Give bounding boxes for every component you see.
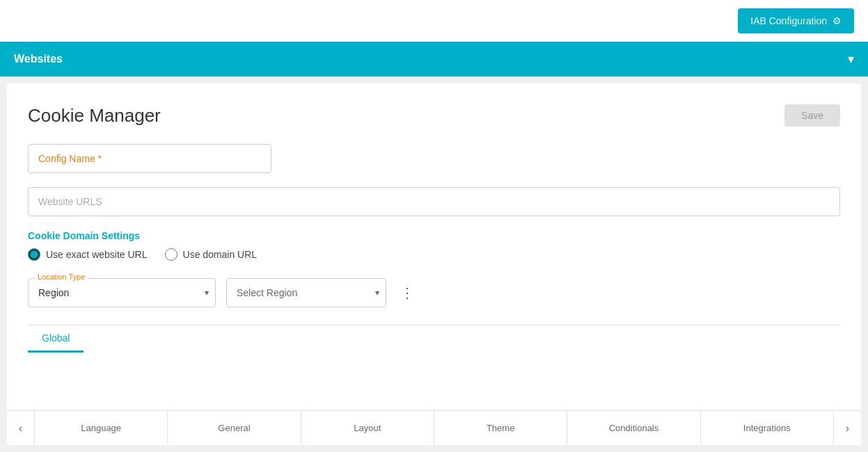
location-type-label: Location Type	[35, 273, 88, 281]
global-tab[interactable]: Global	[28, 325, 84, 353]
domain-url-label: Use domain URL	[183, 249, 258, 260]
save-button[interactable]: Save	[784, 104, 840, 127]
tabs-section: Global	[28, 325, 840, 353]
main-content: Cookie Manager Save Cookie Domain Settin…	[7, 83, 861, 445]
select-region-wrapper: Select Region ▾	[226, 278, 386, 307]
radio-group: Use exact website URL Use domain URL	[28, 248, 840, 261]
nav-tab-theme[interactable]: Theme	[434, 411, 567, 445]
location-type-wrapper: Location Type Region ▾	[28, 278, 216, 307]
domain-url-radio[interactable]	[165, 248, 177, 261]
iab-config-button[interactable]: IAB Configuration ⚙	[738, 8, 854, 33]
nav-tab-layout[interactable]: Layout	[301, 411, 434, 445]
cookie-domain-section: Cookie Domain Settings Use exact website…	[28, 230, 840, 261]
radio-option-exact-url[interactable]: Use exact website URL	[28, 248, 148, 261]
nav-tab-conditionals[interactable]: Conditionals	[567, 411, 700, 445]
page-header: Cookie Manager Save	[28, 104, 840, 127]
gear-icon: ⚙	[833, 15, 842, 26]
cookie-domain-title: Cookie Domain Settings	[28, 230, 840, 241]
radio-option-domain-url[interactable]: Use domain URL	[165, 248, 258, 261]
chevron-down-icon: ▾	[848, 51, 854, 67]
top-bar: IAB Configuration ⚙	[0, 0, 868, 42]
nav-tab-language[interactable]: Language	[35, 411, 168, 445]
nav-tab-integrations[interactable]: Integrations	[701, 411, 833, 445]
exact-url-radio[interactable]	[28, 248, 40, 261]
websites-label: Websites	[14, 53, 63, 65]
exact-url-label: Use exact website URL	[46, 249, 148, 260]
more-options-icon[interactable]: ⋮	[397, 281, 418, 305]
websites-bar[interactable]: Websites ▾	[0, 42, 868, 76]
location-type-select[interactable]: Region	[28, 278, 216, 307]
select-region-dropdown[interactable]: Select Region	[226, 278, 386, 307]
nav-left-arrow[interactable]: ‹	[7, 411, 35, 446]
config-name-input[interactable]	[28, 144, 271, 173]
nav-tabs: Language General Layout Theme Conditiona…	[35, 411, 833, 445]
website-urls-input[interactable]	[28, 187, 840, 216]
iab-button-label: IAB Configuration	[750, 15, 827, 26]
location-section: Location Type Region ▾ Select Region ▾ ⋮	[28, 278, 840, 307]
nav-right-arrow[interactable]: ›	[833, 411, 861, 446]
page-title: Cookie Manager	[28, 105, 161, 127]
nav-tab-general[interactable]: General	[168, 411, 301, 445]
bottom-nav: ‹ Language General Layout Theme Conditio…	[7, 410, 861, 445]
